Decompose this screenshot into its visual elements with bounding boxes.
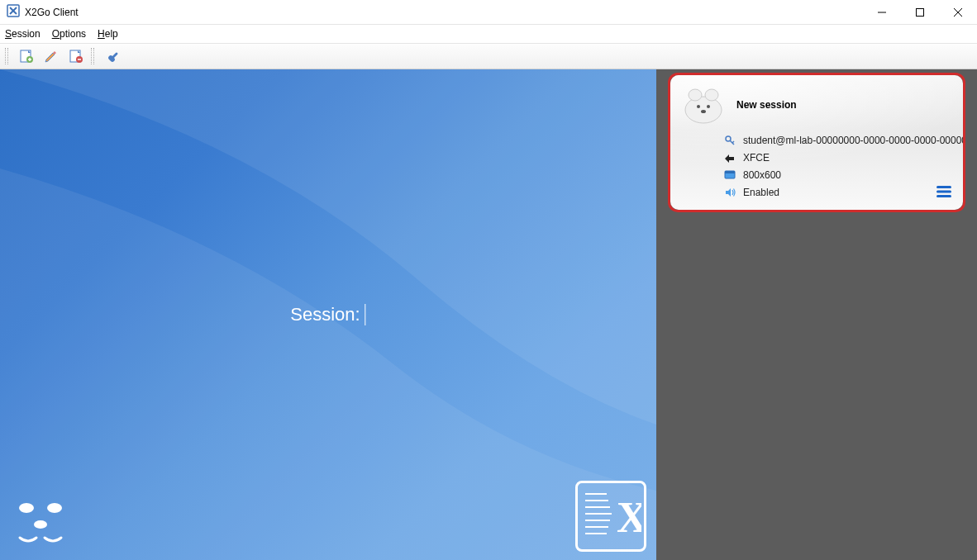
main-area: Session: X <box>0 69 977 560</box>
delete-session-button[interactable] <box>66 46 86 66</box>
session-panel: Session: X <box>0 69 656 560</box>
session-card-title: New session <box>736 99 797 111</box>
menu-help[interactable]: Help <box>98 28 118 40</box>
svg-rect-35 <box>725 171 735 173</box>
svg-text:X: X <box>617 494 641 541</box>
sound-icon <box>723 187 736 198</box>
settings-button[interactable] <box>102 46 122 66</box>
session-connection-row: student@ml-lab-00000000-0000-0000-0000-0… <box>723 135 951 146</box>
edit-session-button[interactable] <box>41 46 61 66</box>
toolbar-grip-2 <box>91 48 94 64</box>
svg-rect-37 <box>936 191 951 193</box>
maximize-button[interactable] <box>901 0 939 25</box>
seal-face-icon <box>12 498 69 550</box>
svg-line-33 <box>732 141 734 143</box>
svg-point-28 <box>697 105 700 108</box>
session-resolution-text: 800x600 <box>743 169 781 181</box>
session-label-text: Session: <box>290 304 360 325</box>
svg-point-15 <box>47 503 62 513</box>
svg-point-30 <box>701 110 706 113</box>
svg-rect-38 <box>936 195 951 197</box>
menubar: Session Options Help <box>0 25 977 43</box>
session-desktop-row: XFCE <box>723 152 951 164</box>
session-desktop-text: XFCE <box>743 152 770 164</box>
svg-point-16 <box>34 520 47 529</box>
session-menu-button[interactable] <box>936 186 951 200</box>
titlebar: X2Go Client <box>0 0 977 25</box>
mouse-icon <box>723 152 736 164</box>
toolbar <box>0 43 977 69</box>
session-avatar-icon <box>682 85 725 125</box>
window-title: X2Go Client <box>25 7 79 18</box>
close-button[interactable] <box>939 0 977 25</box>
svg-point-26 <box>689 89 702 101</box>
svg-rect-4 <box>917 8 924 16</box>
x2go-logo: X <box>575 481 646 552</box>
svg-point-27 <box>705 89 718 101</box>
session-card[interactable]: New session student@ml-lab-00000000-0000… <box>670 75 963 210</box>
svg-point-14 <box>19 503 34 513</box>
app-icon <box>7 4 20 20</box>
menu-options[interactable]: Options <box>52 28 86 40</box>
session-prompt: Session: <box>290 304 365 325</box>
session-sound-text: Enabled <box>743 187 779 198</box>
sidebar: New session student@ml-lab-00000000-0000… <box>656 69 977 560</box>
svg-point-29 <box>707 105 710 108</box>
svg-rect-36 <box>936 186 951 188</box>
session-input-cursor[interactable] <box>365 304 366 325</box>
key-icon <box>723 135 736 146</box>
minimize-button[interactable] <box>863 0 901 25</box>
display-icon <box>723 169 736 181</box>
session-resolution-row: 800x600 <box>723 169 951 181</box>
new-session-button[interactable] <box>17 46 36 66</box>
session-sound-row: Enabled <box>723 187 951 198</box>
toolbar-grip <box>5 48 8 64</box>
session-card-highlight: New session student@ml-lab-00000000-0000… <box>668 73 965 212</box>
session-connection-text: student@ml-lab-00000000-0000-0000-0000-0… <box>743 135 963 146</box>
menu-session[interactable]: Session <box>5 28 41 40</box>
